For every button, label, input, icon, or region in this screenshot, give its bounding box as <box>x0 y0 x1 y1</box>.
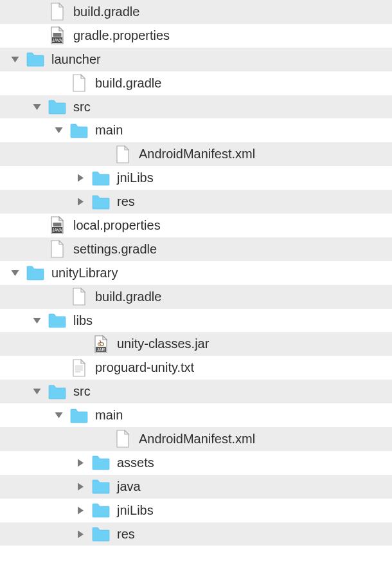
tree-row[interactable]: res <box>0 190 392 214</box>
tree-row[interactable]: settings.gradle <box>0 237 392 261</box>
folder-icon <box>90 526 112 542</box>
disclosure-arrow-down-icon[interactable] <box>27 316 46 326</box>
tree-row[interactable]: java <box>0 475 392 499</box>
file-icon <box>112 145 134 163</box>
prop-icon: JAVA <box>46 216 68 234</box>
svg-rect-2 <box>53 33 62 37</box>
folder-icon <box>90 502 112 518</box>
svg-rect-10 <box>53 223 62 226</box>
prop-icon: JAVA <box>46 26 68 44</box>
tree-row[interactable]: build.gradle <box>0 0 392 24</box>
tree-item-label: jniLibs <box>117 503 392 518</box>
disclosure-arrow-right-icon[interactable] <box>71 506 90 515</box>
tree-item-label: jniLibs <box>117 170 392 185</box>
folder-icon <box>68 123 90 138</box>
tree-item-label: launcher <box>51 52 392 67</box>
disclosure-arrow-right-icon[interactable] <box>71 529 90 539</box>
tree-row[interactable]: build.gradle <box>0 71 392 95</box>
svg-text:JAVA: JAVA <box>52 228 62 232</box>
tree-row[interactable]: launcher <box>0 48 392 71</box>
file-icon <box>112 430 134 448</box>
tree-row[interactable]: main <box>0 118 392 142</box>
tree-row[interactable]: res <box>0 522 392 546</box>
svg-marker-21 <box>55 412 62 418</box>
tree-row[interactable]: jniLibs <box>0 166 392 190</box>
tree-item-label: build.gradle <box>95 76 392 91</box>
tree-item-label: build.gradle <box>95 290 392 304</box>
svg-marker-20 <box>33 389 40 394</box>
disclosure-arrow-down-icon[interactable] <box>49 125 68 135</box>
tree-row[interactable]: build.gradle <box>0 285 392 309</box>
tree-item-label: res <box>117 194 392 209</box>
tree-row[interactable]: AndroidManifest.xml <box>0 142 392 166</box>
tree-item-label: gradle.properties <box>73 28 392 43</box>
tree-item-label: AndroidManifest.xml <box>139 147 392 161</box>
svg-marker-24 <box>78 506 84 514</box>
file-tree: build.gradleJAVAgradle.propertieslaunche… <box>0 0 392 546</box>
tree-item-label: local.properties <box>73 218 392 233</box>
tree-row[interactable]: main <box>0 403 392 427</box>
file-icon <box>46 3 68 21</box>
tree-item-label: settings.gradle <box>73 242 392 257</box>
svg-marker-6 <box>78 174 84 182</box>
disclosure-arrow-down-icon[interactable] <box>27 102 46 112</box>
svg-marker-5 <box>55 127 62 133</box>
folder-icon <box>24 51 46 67</box>
tree-row[interactable]: proguard-unity.txt <box>0 356 392 380</box>
tree-row[interactable]: jniLibs <box>0 499 392 522</box>
tree-item-label: src <box>73 100 392 115</box>
disclosure-arrow-right-icon[interactable] <box>71 482 90 492</box>
svg-marker-7 <box>78 198 84 206</box>
svg-marker-23 <box>78 483 84 490</box>
tree-row[interactable]: unityLibrary <box>0 261 392 285</box>
disclosure-arrow-down-icon[interactable] <box>27 387 46 396</box>
file-icon <box>46 240 68 258</box>
folder-icon <box>46 99 68 115</box>
disclosure-arrow-down-icon[interactable] <box>49 410 68 420</box>
disclosure-arrow-down-icon[interactable] <box>5 55 24 64</box>
folder-icon <box>90 455 112 470</box>
svg-text:JAR: JAR <box>97 347 105 351</box>
svg-marker-11 <box>11 270 19 276</box>
tree-row[interactable]: src <box>0 380 392 403</box>
tree-row[interactable]: JARunity-classes.jar <box>0 332 392 356</box>
disclosure-arrow-right-icon[interactable] <box>71 173 90 183</box>
folder-icon <box>46 313 68 328</box>
svg-marker-3 <box>11 57 19 62</box>
svg-marker-25 <box>78 530 84 538</box>
tree-item-label: main <box>95 408 392 423</box>
tree-row[interactable]: libs <box>0 309 392 333</box>
tree-row[interactable]: JAVAgradle.properties <box>0 24 392 48</box>
tree-item-label: build.gradle <box>73 5 392 19</box>
folder-icon <box>24 265 46 280</box>
tree-row[interactable]: src <box>0 95 392 119</box>
svg-text:JAVA: JAVA <box>52 38 62 42</box>
folder-icon <box>90 170 112 186</box>
file-icon <box>68 74 90 92</box>
folder-icon <box>90 479 112 494</box>
tree-item-label: assets <box>117 455 392 470</box>
folder-icon <box>68 408 90 423</box>
jar-icon: JAR <box>90 335 112 353</box>
text-icon <box>68 359 90 377</box>
tree-row[interactable]: AndroidManifest.xml <box>0 427 392 451</box>
tree-item-label: src <box>73 384 392 399</box>
tree-item-label: proguard-unity.txt <box>95 360 392 375</box>
tree-item-label: unityLibrary <box>51 266 392 280</box>
tree-row[interactable]: JAVAlocal.properties <box>0 214 392 237</box>
disclosure-arrow-right-icon[interactable] <box>71 197 90 207</box>
folder-icon <box>46 384 68 400</box>
tree-item-label: java <box>117 479 392 494</box>
tree-item-label: res <box>117 527 392 542</box>
tree-item-label: libs <box>73 313 392 328</box>
disclosure-arrow-right-icon[interactable] <box>71 458 90 468</box>
svg-marker-22 <box>78 459 84 466</box>
tree-row[interactable]: assets <box>0 451 392 475</box>
tree-item-label: AndroidManifest.xml <box>139 432 392 446</box>
svg-marker-12 <box>33 318 40 324</box>
disclosure-arrow-down-icon[interactable] <box>5 268 24 278</box>
tree-item-label: main <box>95 123 392 138</box>
svg-marker-4 <box>33 104 40 110</box>
tree-item-label: unity-classes.jar <box>117 336 392 351</box>
file-icon <box>68 288 90 306</box>
